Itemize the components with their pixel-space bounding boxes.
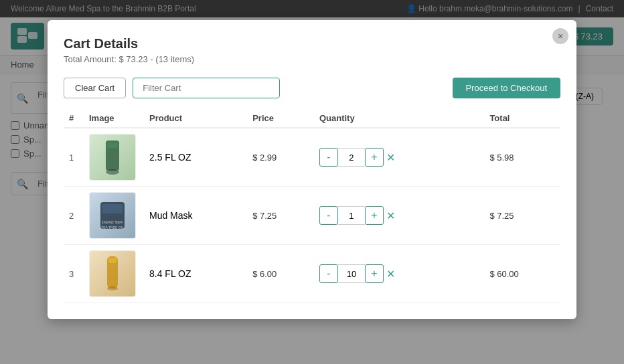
row-2-total: $ 7.25	[484, 187, 560, 245]
row-3-price: $ 6.00	[247, 245, 314, 303]
modal-toolbar: Clear Cart Proceed to Checkout	[64, 78, 560, 98]
col-header-product: Product	[144, 109, 247, 128]
row-2-product: Mud Mask	[144, 187, 247, 245]
cart-modal: × Cart Details Total Amount: $ 73.23 - (…	[48, 20, 576, 319]
modal-title: Cart Details	[64, 36, 560, 52]
svg-rect-4	[107, 143, 118, 148]
qty-increase-2[interactable]: +	[365, 206, 384, 225]
row-3-num: 3	[64, 245, 84, 303]
qty-decrease-2[interactable]: -	[319, 206, 338, 225]
product-image-2: DEAD SEA TEA TREE OIL	[89, 192, 136, 239]
col-header-num: #	[64, 109, 84, 128]
qty-input-1[interactable]	[338, 148, 365, 167]
col-header-quantity: Quantity	[314, 109, 484, 128]
table-row: 3 8.4 FL OZ $ 6.00	[64, 245, 560, 303]
row-3-image	[84, 245, 144, 303]
qty-control-3: - + ✕	[319, 264, 479, 283]
modal-close-button[interactable]: ×	[552, 28, 568, 44]
modal-subtitle: Total Amount: $ 73.23 - (13 items)	[64, 54, 560, 64]
table-row: 1 2.5 FL OZ $ 2.99	[64, 128, 560, 187]
row-3-total: $ 60.00	[484, 245, 560, 303]
cart-table-header: # Image Product Price Quantity Total	[64, 109, 560, 128]
row-1-total: $ 5.98	[484, 128, 560, 187]
row-3-qty: - + ✕	[314, 245, 484, 303]
clear-cart-button[interactable]: Clear Cart	[64, 78, 126, 98]
remove-item-2[interactable]: ✕	[384, 207, 398, 225]
qty-control-1: - + ✕	[319, 148, 479, 167]
row-1-image	[84, 128, 144, 187]
svg-rect-7	[102, 204, 123, 213]
qty-decrease-1[interactable]: -	[319, 148, 338, 167]
svg-text:TEA TREE OIL: TEA TREE OIL	[101, 225, 124, 230]
checkout-button[interactable]: Proceed to Checkout	[453, 78, 560, 98]
row-1-product: 2.5 FL OZ	[144, 128, 247, 187]
row-3-product: 8.4 FL OZ	[144, 245, 247, 303]
qty-increase-1[interactable]: +	[365, 148, 384, 167]
qty-input-3[interactable]	[338, 264, 365, 283]
row-1-price: $ 2.99	[247, 128, 314, 187]
col-header-total: Total	[484, 109, 560, 128]
row-2-num: 2	[64, 187, 84, 245]
row-2-qty: - + ✕	[314, 187, 484, 245]
svg-point-12	[107, 286, 118, 290]
qty-decrease-3[interactable]: -	[319, 264, 338, 283]
row-1-num: 1	[64, 128, 84, 187]
col-header-image: Image	[84, 109, 144, 128]
col-header-price: Price	[247, 109, 314, 128]
qty-input-2[interactable]	[338, 206, 365, 225]
svg-rect-11	[108, 258, 116, 263]
row-2-price: $ 7.25	[247, 187, 314, 245]
remove-item-1[interactable]: ✕	[384, 149, 398, 167]
cart-table: # Image Product Price Quantity Total 1	[64, 109, 560, 303]
table-row: 2 DEAD SEA TEA TREE OIL Mud Mask $ 7	[64, 187, 560, 245]
remove-item-3[interactable]: ✕	[384, 265, 398, 283]
svg-point-5	[106, 169, 119, 175]
modal-toolbar-left: Clear Cart	[64, 78, 280, 98]
qty-increase-3[interactable]: +	[365, 264, 384, 283]
product-image-1	[89, 134, 136, 181]
modal-overlay: × Cart Details Total Amount: $ 73.23 - (…	[0, 0, 624, 364]
svg-text:DEAD SEA: DEAD SEA	[102, 220, 123, 224]
cart-table-body: 1 2.5 FL OZ $ 2.99	[64, 128, 560, 303]
filter-cart-input[interactable]	[133, 78, 280, 98]
row-2-image: DEAD SEA TEA TREE OIL	[84, 187, 144, 245]
qty-control-2: - + ✕	[319, 206, 479, 225]
product-image-3	[89, 250, 136, 297]
row-1-qty: - + ✕	[314, 128, 484, 187]
